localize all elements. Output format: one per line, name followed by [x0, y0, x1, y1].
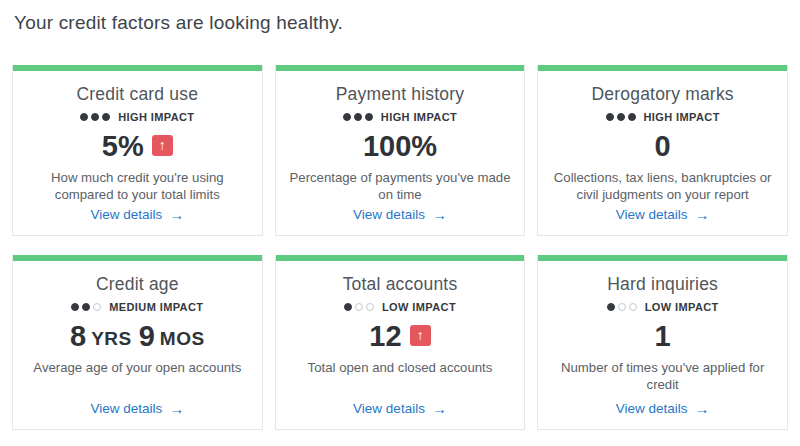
value-months: 9 — [139, 321, 155, 353]
value-text: 100% — [363, 131, 437, 163]
view-details-link[interactable]: View details→ — [90, 206, 184, 223]
right-arrow-icon: → — [169, 206, 184, 223]
card-value: 5% ↑ — [102, 131, 173, 163]
card-description: How much credit you're using compared to… — [13, 169, 262, 203]
impact-dots — [80, 113, 110, 121]
impact-label: HIGH IMPACT — [118, 111, 194, 123]
card-description: Number of times you've applied for credi… — [538, 359, 787, 393]
impact-dot-empty — [629, 303, 637, 311]
card-accent-bar — [276, 255, 525, 261]
card-accent-bar — [276, 65, 525, 71]
impact-dot-filled — [102, 113, 110, 121]
impact-dot-filled — [91, 113, 99, 121]
impact-label: MEDIUM IMPACT — [109, 301, 203, 313]
card-title: Credit card use — [76, 84, 198, 105]
view-details-link[interactable]: View details→ — [616, 400, 710, 417]
impact-rating: HIGH IMPACT — [606, 111, 720, 123]
right-arrow-icon: → — [432, 206, 447, 223]
card-title: Derogatory marks — [592, 84, 734, 105]
up-arrow-icon: ↑ — [159, 138, 166, 153]
credit-factors-grid: Credit card use HIGH IMPACT 5% ↑ How muc… — [12, 65, 788, 430]
card-accent-bar — [538, 65, 787, 71]
credit-factors-page: Your credit factors are looking healthy.… — [0, 0, 800, 430]
impact-rating: LOW IMPACT — [344, 301, 456, 313]
card-title: Total accounts — [343, 274, 458, 295]
card-value: 8 YRS 9 MOS — [70, 321, 205, 353]
card-description: Average age of your open accounts — [21, 359, 253, 376]
card-credit-age: Credit age MEDIUM IMPACT 8 YRS 9 MOS Ave… — [12, 255, 263, 430]
impact-label: LOW IMPACT — [382, 301, 456, 313]
right-arrow-icon: → — [432, 400, 447, 417]
card-description: Collections, tax liens, bankruptcies or … — [538, 169, 787, 203]
card-accent-bar — [13, 255, 262, 261]
card-derogatory-marks: Derogatory marks HIGH IMPACT 0 Collectio… — [537, 65, 788, 236]
card-value: 12 ↑ — [369, 321, 430, 353]
view-details-link[interactable]: View details→ — [353, 400, 447, 417]
impact-dots — [344, 303, 374, 311]
view-details-link[interactable]: View details→ — [353, 206, 447, 223]
impact-rating: HIGH IMPACT — [343, 111, 457, 123]
impact-dots — [606, 113, 636, 121]
card-value: 0 — [655, 131, 671, 163]
impact-dot-empty — [93, 303, 101, 311]
impact-label: LOW IMPACT — [645, 301, 719, 313]
view-details-link[interactable]: View details→ — [90, 400, 184, 417]
up-arrow-badge: ↑ — [152, 135, 173, 156]
impact-label: HIGH IMPACT — [381, 111, 457, 123]
value-years: 8 — [70, 321, 86, 353]
impact-label: HIGH IMPACT — [644, 111, 720, 123]
impact-dot-filled — [365, 113, 373, 121]
impact-dot-filled — [80, 113, 88, 121]
right-arrow-icon: → — [695, 400, 710, 417]
card-accent-bar — [538, 255, 787, 261]
impact-dot-filled — [617, 113, 625, 121]
card-hard-inquiries: Hard inquiries LOW IMPACT 1 Number of ti… — [537, 255, 788, 430]
value-text: 5% — [102, 131, 144, 163]
impact-dot-empty — [355, 303, 363, 311]
card-total-accounts: Total accounts LOW IMPACT 12 ↑ Total ope… — [275, 255, 526, 430]
impact-dots — [343, 113, 373, 121]
impact-rating: HIGH IMPACT — [80, 111, 194, 123]
impact-dots — [607, 303, 637, 311]
impact-dot-filled — [344, 303, 352, 311]
page-title: Your credit factors are looking healthy. — [14, 12, 788, 34]
value-text: 12 — [369, 321, 401, 353]
impact-dot-empty — [618, 303, 626, 311]
card-description: Total open and closed accounts — [296, 359, 505, 376]
value-months-unit: MOS — [160, 324, 205, 350]
card-description: Percentage of payments you've made on ti… — [276, 169, 525, 203]
impact-dot-filled — [71, 303, 79, 311]
card-title: Credit age — [96, 274, 179, 295]
right-arrow-icon: → — [695, 206, 710, 223]
impact-dot-filled — [607, 303, 615, 311]
impact-dot-filled — [354, 113, 362, 121]
card-payment-history: Payment history HIGH IMPACT 100% Percent… — [275, 65, 526, 236]
impact-dot-filled — [82, 303, 90, 311]
impact-dot-filled — [606, 113, 614, 121]
card-title: Hard inquiries — [607, 274, 718, 295]
right-arrow-icon: → — [169, 400, 184, 417]
view-details-link[interactable]: View details→ — [616, 206, 710, 223]
card-title: Payment history — [336, 84, 464, 105]
card-accent-bar — [13, 65, 262, 71]
value-text: 0 — [655, 131, 671, 163]
card-value: 100% — [363, 131, 437, 163]
impact-rating: MEDIUM IMPACT — [71, 301, 203, 313]
value-text: 1 — [655, 321, 671, 353]
impact-dot-filled — [343, 113, 351, 121]
value-years-unit: YRS — [91, 324, 132, 350]
impact-dot-empty — [366, 303, 374, 311]
impact-rating: LOW IMPACT — [607, 301, 719, 313]
card-value: 1 — [655, 321, 671, 353]
card-credit-card-use: Credit card use HIGH IMPACT 5% ↑ How muc… — [12, 65, 263, 236]
impact-dots — [71, 303, 101, 311]
up-arrow-icon: ↑ — [417, 328, 424, 343]
impact-dot-filled — [628, 113, 636, 121]
up-arrow-badge: ↑ — [410, 325, 431, 346]
